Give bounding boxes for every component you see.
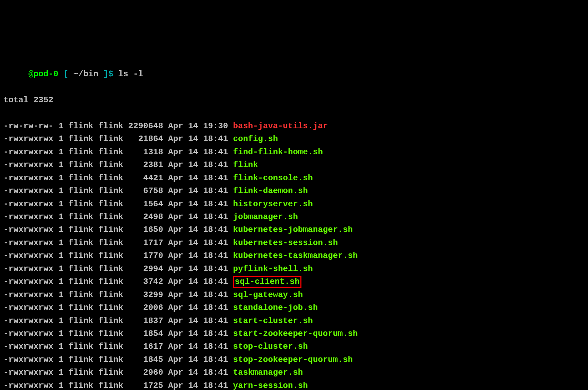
file-size: 1837 — [128, 316, 163, 326]
file-size: 1854 — [128, 329, 163, 338]
file-size: 1564 — [128, 199, 163, 209]
file-name: start-cluster.sh — [233, 316, 313, 326]
file-links: 1 — [58, 329, 63, 338]
file-time: 18:41 — [203, 199, 228, 209]
file-row: -rwxrwxrwx 1 flink flink 1564 Apr 14 18:… — [3, 198, 585, 210]
file-row: -rwxrwxrwx 1 flink flink 1854 Apr 14 18:… — [3, 327, 585, 340]
file-row: -rwxrwxrwx 1 flink flink 3742 Apr 14 18:… — [3, 275, 585, 288]
file-size: 3742 — [128, 277, 163, 286]
file-owner: flink — [68, 121, 93, 131]
file-size: 1717 — [128, 238, 163, 248]
file-time: 18:41 — [203, 342, 228, 351]
file-time: 18:41 — [203, 264, 228, 274]
file-permissions: -rw-rw-rw- — [3, 121, 53, 131]
file-name: flink-console.sh — [233, 173, 313, 183]
file-group: flink — [98, 160, 123, 170]
file-owner: flink — [68, 147, 93, 157]
file-row: -rwxrwxrwx 1 flink flink 1717 Apr 14 18:… — [3, 236, 585, 249]
file-links: 1 — [58, 147, 63, 157]
file-row: -rwxrwxrwx 1 flink flink 1725 Apr 14 18:… — [3, 379, 585, 390]
file-size: 2006 — [128, 303, 163, 312]
file-links: 1 — [58, 290, 63, 300]
file-date: Apr 14 — [168, 342, 198, 351]
file-name: stop-zookeeper-quorum.sh — [233, 355, 353, 364]
file-permissions: -rwxrwxrwx — [3, 368, 53, 377]
file-name: flink — [233, 160, 258, 170]
file-owner: flink — [68, 303, 93, 312]
file-time: 18:41 — [203, 186, 228, 196]
file-name: start-zookeeper-quorum.sh — [233, 329, 358, 338]
file-name: kubernetes-jobmanager.sh — [233, 225, 353, 234]
file-date: Apr 14 — [168, 355, 198, 364]
file-date: Apr 14 — [168, 134, 198, 144]
file-size: 2994 — [128, 264, 163, 274]
file-group: flink — [98, 368, 123, 377]
file-time: 18:41 — [203, 381, 228, 390]
file-owner: flink — [68, 368, 93, 377]
file-permissions: -rwxrwxrwx — [3, 303, 53, 312]
file-row: -rwxrwxrwx 1 flink flink 1650 Apr 14 18:… — [3, 223, 585, 236]
file-size: 1725 — [128, 381, 163, 390]
file-permissions: -rwxrwxrwx — [3, 238, 53, 248]
file-links: 1 — [58, 134, 63, 144]
file-group: flink — [98, 355, 123, 364]
file-group: flink — [98, 303, 123, 312]
file-name: kubernetes-session.sh — [233, 238, 338, 248]
file-row: -rwxrwxrwx 1 flink flink 1845 Apr 14 18:… — [3, 353, 585, 366]
file-owner: flink — [68, 199, 93, 209]
file-owner: flink — [68, 134, 93, 144]
file-date: Apr 14 — [168, 368, 198, 377]
file-owner: flink — [68, 277, 93, 286]
file-date: Apr 14 — [168, 290, 198, 300]
file-row: -rwxrwxrwx 1 flink flink 4421 Apr 14 18:… — [3, 172, 585, 184]
file-size: 1617 — [128, 342, 163, 351]
file-links: 1 — [58, 342, 63, 351]
file-name: sql-client.sh — [233, 276, 301, 287]
file-date: Apr 14 — [168, 381, 198, 390]
file-owner: flink — [68, 264, 93, 274]
file-group: flink — [98, 147, 123, 157]
file-group: flink — [98, 290, 123, 300]
file-links: 1 — [58, 173, 63, 183]
file-name: bash-java-utils.jar — [233, 121, 328, 131]
file-group: flink — [98, 381, 123, 390]
file-size: 2381 — [128, 160, 163, 170]
terminal-output[interactable]: @pod-0 [ ~/bin ]$ ls -l total 2352 -rw-r… — [3, 55, 585, 390]
file-name: flink-daemon.sh — [233, 186, 308, 196]
file-row: -rwxrwxrwx 1 flink flink 6758 Apr 14 18:… — [3, 184, 585, 197]
file-name: jobmanager.sh — [233, 212, 298, 222]
file-date: Apr 14 — [168, 173, 198, 183]
file-permissions: -rwxrwxrwx — [3, 277, 53, 286]
file-links: 1 — [58, 368, 63, 377]
file-owner: flink — [68, 173, 93, 183]
file-time: 18:41 — [203, 290, 228, 300]
file-group: flink — [98, 277, 123, 286]
file-time: 18:41 — [203, 160, 228, 170]
total-line: total 2352 — [3, 94, 585, 106]
file-date: Apr 14 — [168, 186, 198, 196]
prompt-open-bracket: [ — [58, 69, 73, 79]
file-size: 3299 — [128, 290, 163, 300]
file-permissions: -rwxrwxrwx — [3, 134, 53, 144]
file-date: Apr 14 — [168, 303, 198, 312]
file-name: stop-cluster.sh — [233, 342, 308, 351]
file-date: Apr 14 — [168, 238, 198, 248]
file-size: 2290648 — [128, 121, 163, 131]
file-owner: flink — [68, 329, 93, 338]
prompt-host: @pod-0 — [28, 69, 58, 79]
file-time: 18:41 — [203, 212, 228, 222]
file-row: -rwxrwxrwx 1 flink flink 2994 Apr 14 18:… — [3, 262, 585, 275]
prompt-close-bracket: ] — [98, 69, 108, 79]
file-row: -rw-rw-rw- 1 flink flink 2290648 Apr 14 … — [3, 120, 585, 132]
file-date: Apr 14 — [168, 225, 198, 234]
file-time: 18:41 — [203, 368, 228, 377]
file-links: 1 — [58, 264, 63, 274]
file-owner: flink — [68, 342, 93, 351]
file-size: 1845 — [128, 355, 163, 364]
file-permissions: -rwxrwxrwx — [3, 381, 53, 390]
file-permissions: -rwxrwxrwx — [3, 212, 53, 222]
file-row: -rwxrwxrwx 1 flink flink 2960 Apr 14 18:… — [3, 366, 585, 379]
file-permissions: -rwxrwxrwx — [3, 251, 53, 260]
file-size: 1318 — [128, 147, 163, 157]
file-size: 2960 — [128, 368, 163, 377]
